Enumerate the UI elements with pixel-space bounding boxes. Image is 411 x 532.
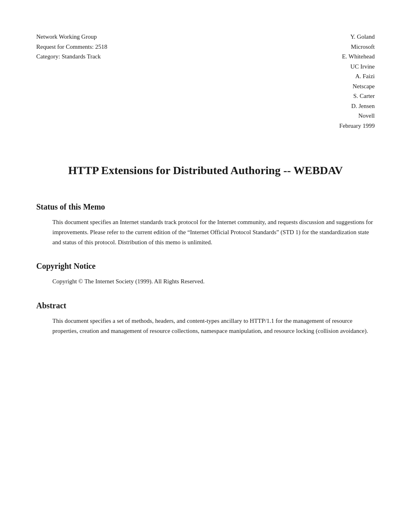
header-right: Y. Goland Microsoft E. Whitehead UC Irvi… <box>339 32 375 130</box>
section-abstract: Abstract This document specifies a set o… <box>36 301 375 336</box>
abstract-body: This document specifies a set of methods… <box>52 316 375 336</box>
status-body: This document specifies an Internet stan… <box>52 217 375 247</box>
header: Network Working Group Request for Commen… <box>36 32 375 130</box>
network-working-group: Network Working Group <box>36 32 107 42</box>
abstract-heading: Abstract <box>36 301 375 310</box>
author-goland: Y. Goland <box>350 32 375 42</box>
copyright-heading: Copyright Notice <box>36 262 375 271</box>
author-carter: S. Carter <box>353 91 375 101</box>
category: Category: Standards Track <box>36 52 107 61</box>
status-heading: Status of this Memo <box>36 202 375 212</box>
author-jensen: D. Jensen <box>351 102 375 111</box>
document-title: HTTP Extensions for Distributed Authorin… <box>36 162 375 178</box>
org-novell: Novell <box>358 111 375 121</box>
org-microsoft: Microsoft <box>351 42 375 52</box>
section-copyright: Copyright Notice Copyright © The Interne… <box>36 262 375 287</box>
header-left: Network Working Group Request for Commen… <box>36 32 107 130</box>
author-whitehead: E. Whitehead <box>342 52 375 61</box>
request-for-comments: Request for Comments: 2518 <box>36 42 107 52</box>
date: February 1999 <box>339 121 375 131</box>
page: Network Working Group Request for Commen… <box>0 0 411 532</box>
author-faizi: A. Faizi <box>355 72 375 81</box>
copyright-body: Copyright © The Internet Society (1999).… <box>52 276 375 287</box>
document-title-block: HTTP Extensions for Distributed Authorin… <box>36 162 375 178</box>
section-status: Status of this Memo This document specif… <box>36 202 375 247</box>
org-netscape: Netscape <box>353 82 375 91</box>
org-ucirvine: UC Irvine <box>351 62 375 71</box>
